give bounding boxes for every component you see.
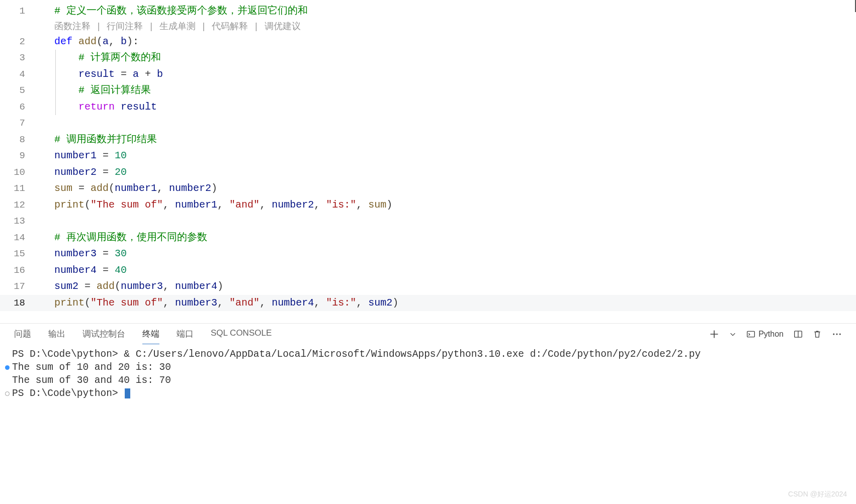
chevron-down-icon[interactable] xyxy=(729,331,736,338)
code-token: number3 xyxy=(121,280,163,292)
new-terminal-icon[interactable] xyxy=(709,329,719,339)
code-content[interactable]: print("The sum of", number1, "and", numb… xyxy=(40,197,856,214)
code-token: ( xyxy=(84,199,91,211)
code-content[interactable]: return result xyxy=(40,99,856,116)
code-content[interactable]: sum2 = add(number3, number4) xyxy=(40,278,856,295)
code-content[interactable]: # 定义一个函数，该函数接受两个参数，并返回它们的和 xyxy=(40,3,856,20)
code-content[interactable]: # 再次调用函数，使用不同的参数 xyxy=(40,230,856,246)
terminal-output-line: The sum of 10 and 20 is: 30 xyxy=(12,361,844,374)
codelens-separator: | xyxy=(143,22,159,32)
line-number: 5 xyxy=(0,82,40,99)
code-token: , xyxy=(109,36,121,47)
code-line[interactable]: 6 return result xyxy=(0,99,856,116)
terminal-body[interactable]: PS D:\Code\python> & C:/Users/lenovo/App… xyxy=(0,345,856,504)
code-token: ) xyxy=(217,280,223,292)
code-token: , xyxy=(260,199,272,211)
code-line[interactable]: 2def add(a, b): xyxy=(0,34,856,50)
code-token: result xyxy=(78,68,115,80)
code-line[interactable]: 13 xyxy=(0,213,856,230)
codelens-action[interactable]: 生成单测 xyxy=(159,22,196,32)
trash-icon[interactable] xyxy=(813,330,822,339)
code-line[interactable]: 12print("The sum of", number1, "and", nu… xyxy=(0,197,856,214)
panel-tab-debug-console[interactable]: 调试控制台 xyxy=(82,324,125,344)
code-token: = xyxy=(97,248,115,259)
panel-tab-output[interactable]: 输出 xyxy=(48,324,65,344)
code-content[interactable]: # 返回计算结果 xyxy=(40,82,856,99)
code-content[interactable]: print("The sum of", number3, "and", numb… xyxy=(40,295,856,312)
line-number: 1 xyxy=(0,3,40,20)
panel-tab-ports[interactable]: 端口 xyxy=(177,324,194,344)
code-line[interactable]: 7 xyxy=(0,115,856,132)
code-content[interactable]: sum = add(number1, number2) xyxy=(40,180,856,197)
line-number: 17 xyxy=(0,278,40,295)
codelens-action[interactable]: 行间注释 xyxy=(107,22,143,32)
code-content[interactable]: number2 = 20 xyxy=(40,164,856,181)
code-line[interactable]: 8# 调用函数并打印结果 xyxy=(0,132,856,148)
code-token: number1 xyxy=(175,199,217,211)
code-line[interactable]: 9number1 = 10 xyxy=(0,148,856,164)
svg-point-5 xyxy=(839,334,841,335)
code-token: ): xyxy=(127,36,139,47)
code-line[interactable]: 17sum2 = add(number3, number4) xyxy=(0,278,856,295)
code-line[interactable]: 16number4 = 40 xyxy=(0,262,856,279)
code-token: # 返回计算结果 xyxy=(78,84,151,96)
more-icon[interactable] xyxy=(832,329,842,339)
code-token: "is:" xyxy=(326,297,356,309)
code-token: "and" xyxy=(229,199,260,211)
code-line[interactable]: 14# 再次调用函数，使用不同的参数 xyxy=(0,230,856,246)
output-marker-icon xyxy=(5,365,10,370)
codelens-action[interactable]: 调优建议 xyxy=(265,22,301,32)
terminal-panel: 问题输出调试控制台终端端口SQL CONSOLE Python PS xyxy=(0,323,856,504)
code-line[interactable]: 15number3 = 30 xyxy=(0,246,856,262)
code-content[interactable]: # 调用函数并打印结果 xyxy=(40,132,856,148)
code-content[interactable]: number3 = 30 xyxy=(40,246,856,262)
terminal-output-line: The sum of 30 and 40 is: 70 xyxy=(12,374,844,387)
code-line[interactable]: 1# 定义一个函数，该函数接受两个参数，并返回它们的和 xyxy=(0,3,856,20)
terminal-language[interactable]: Python xyxy=(746,330,784,339)
code-content[interactable]: # 计算两个数的和 xyxy=(40,50,856,66)
code-token: 40 xyxy=(115,264,127,276)
codelens-separator: | xyxy=(196,22,212,32)
code-token: , xyxy=(157,182,169,194)
code-line[interactable]: 3 # 计算两个数的和 xyxy=(0,50,856,66)
code-token: "and" xyxy=(229,297,260,309)
panel-tab-terminal[interactable]: 终端 xyxy=(142,324,159,344)
line-number: 11 xyxy=(0,180,40,197)
code-content[interactable] xyxy=(40,115,856,132)
line-number: 10 xyxy=(0,164,40,181)
panel-tab-sql-console[interactable]: SQL CONSOLE xyxy=(211,324,272,344)
code-content[interactable]: number1 = 10 xyxy=(40,148,856,164)
line-number: 13 xyxy=(0,213,40,230)
code-token: = xyxy=(97,166,115,178)
terminal-cursor xyxy=(125,388,130,398)
code-line[interactable]: 10number2 = 20 xyxy=(0,164,856,181)
editor-scrollbar[interactable] xyxy=(849,0,856,317)
code-token: , xyxy=(163,199,175,211)
split-terminal-icon[interactable] xyxy=(794,330,803,339)
code-content[interactable]: result = a + b xyxy=(40,66,856,83)
code-token: number3 xyxy=(175,297,217,309)
code-line[interactable]: 11sum = add(number1, number2) xyxy=(0,180,856,197)
line-number: 3 xyxy=(0,50,40,66)
watermark: CSDN @好运2024 xyxy=(788,490,847,499)
code-editor[interactable]: 1# 定义一个函数，该函数接受两个参数，并返回它们的和函数注释 | 行间注释 |… xyxy=(0,0,856,323)
code-token: , xyxy=(217,199,229,211)
code-token xyxy=(115,101,121,113)
code-token: "is:" xyxy=(326,199,356,211)
code-content[interactable] xyxy=(40,213,856,230)
code-line[interactable]: 5 # 返回计算结果 xyxy=(0,82,856,99)
line-number: 8 xyxy=(0,132,40,148)
panel-tabs: 问题输出调试控制台终端端口SQL CONSOLE Python xyxy=(0,324,856,345)
code-content[interactable]: number4 = 40 xyxy=(40,262,856,279)
code-content[interactable]: def add(a, b): xyxy=(40,34,856,50)
codelens-action[interactable]: 代码解释 xyxy=(212,22,248,32)
code-token: 20 xyxy=(115,166,127,178)
code-token: sum xyxy=(368,199,386,211)
line-number: 18 xyxy=(0,295,40,312)
panel-tab-problems[interactable]: 问题 xyxy=(14,324,31,344)
codelens-action[interactable]: 函数注释 xyxy=(54,22,91,32)
code-line[interactable]: 18print("The sum of", number3, "and", nu… xyxy=(0,295,856,312)
code-line[interactable]: 4 result = a + b xyxy=(0,66,856,83)
line-number: 4 xyxy=(0,66,40,83)
code-token: + xyxy=(139,68,157,80)
